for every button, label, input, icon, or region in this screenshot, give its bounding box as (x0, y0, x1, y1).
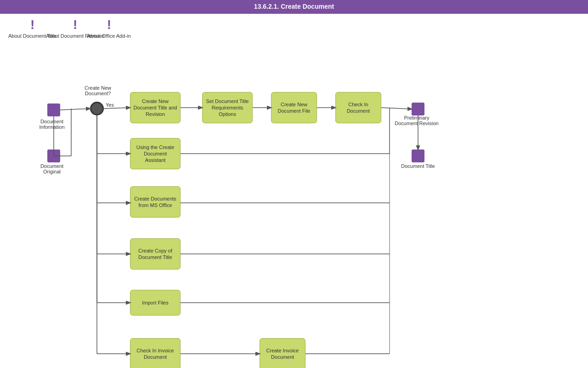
doc-title-output-label: Document Title (400, 163, 436, 169)
create-from-ms-office-node[interactable]: Create Documents from MS Office (130, 186, 181, 218)
icon-about-office-addin[interactable]: ! About Office Add-in (87, 18, 131, 39)
svg-line-8 (381, 108, 412, 109)
svg-line-0 (60, 109, 90, 110)
set-doc-title-node[interactable]: Set Document Title Requirements Options (202, 92, 253, 123)
doc-title-output-node[interactable] (412, 150, 424, 162)
exclamation-icon-2: ! (73, 18, 77, 31)
preliminary-revision-label: Preliminary Document Revision (394, 115, 440, 126)
icon-label-3: About Office Add-in (87, 33, 131, 39)
create-new-doc-question: Create New Document? (77, 85, 119, 96)
create-invoice-node[interactable]: Create Invoice Document (260, 338, 305, 368)
exclamation-icon-1: ! (30, 18, 34, 31)
decision-node (90, 102, 104, 115)
exclamation-icon-3: ! (107, 18, 111, 31)
create-title-revision-node[interactable]: Create New Document Title and Revision (130, 92, 181, 123)
create-copy-node[interactable]: Create Copy of Document Title (130, 238, 181, 270)
yes-label: Yes (106, 102, 114, 108)
preliminary-revision-node[interactable] (412, 103, 424, 115)
header: 13.6.2.1. Create Document (0, 0, 588, 14)
diagram-area: ! About Document Title ! About Document … (0, 14, 588, 368)
doc-original-node[interactable] (47, 150, 60, 162)
doc-information-label: Document Information (31, 119, 73, 130)
create-new-doc-file-node[interactable]: Create New Document File (271, 92, 317, 123)
doc-original-label: Document Original (31, 163, 73, 174)
using-create-assistant-node[interactable]: Using the Create Document Assistant (130, 138, 181, 169)
flow-arrows (0, 14, 588, 368)
svg-line-4 (104, 108, 130, 109)
check-in-invoice-node[interactable]: Check In Invoice Document (130, 338, 181, 368)
doc-information-node[interactable] (47, 104, 60, 116)
check-in-doc-node[interactable]: Check In Document (335, 92, 381, 123)
import-files-node[interactable]: Import Files (130, 290, 181, 316)
page-title: 13.6.2.1. Create Document (0, 0, 588, 14)
